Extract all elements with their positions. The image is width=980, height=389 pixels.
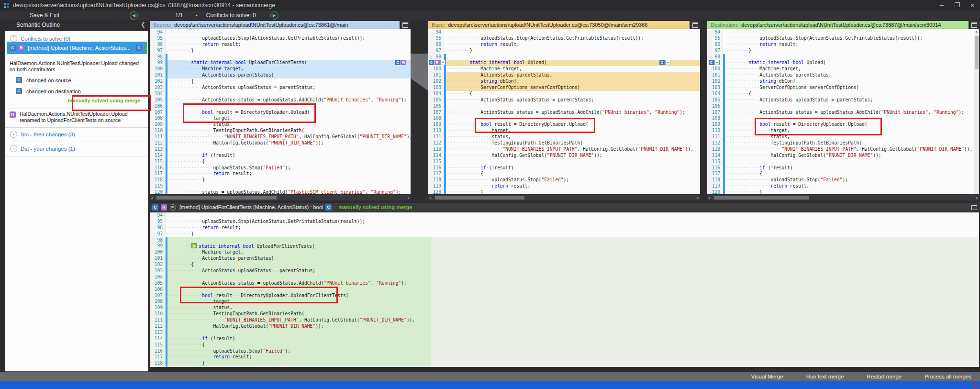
code-line: 117············{: [428, 171, 700, 177]
changed-badge: C: [152, 204, 158, 211]
previous-conflict-icon[interactable]: ◀: [130, 11, 138, 20]
code-line: 111····················"NUNIT_BINARIES_I…: [150, 134, 411, 140]
code-line: 97········}: [150, 231, 979, 237]
scrollbar-thumb[interactable]: [975, 36, 979, 69]
code-line: 98: [428, 54, 700, 60]
scroll-right-icon[interactable]: ▸: [697, 195, 699, 200]
destination-vscrollbar[interactable]: ▲: [974, 29, 979, 194]
changed-on-source-label: changed on source: [26, 78, 71, 83]
change-marker[interactable]: CR−: [429, 60, 445, 65]
changed-badge: C: [325, 204, 332, 211]
code-line: 95············uploadStatus.Stop(ActionSt…: [150, 219, 979, 225]
code-line: 100············Machine·target,: [150, 249, 979, 256]
base-maximize-icon[interactable]: [691, 21, 700, 29]
code-line: 105············ActionStatus·status·=·upl…: [150, 97, 411, 103]
code-line: 116················uploadStatus.Stop("Fa…: [150, 165, 411, 171]
code-line: 111················status,: [428, 134, 700, 140]
base-path: devops\src\server\actions\upload\NUnitTe…: [448, 22, 647, 28]
footer-button-restart-merge[interactable]: Restart merge: [867, 374, 902, 379]
code-line: 115············{: [150, 159, 411, 165]
collapse-dash-icon: −: [665, 60, 670, 65]
code-line: 120············status·=·uploadStatus.Add…: [150, 189, 411, 194]
code-line: 102········{: [150, 262, 979, 268]
code-line: 109················status,: [150, 305, 979, 311]
annotation-highlight-box: [180, 287, 338, 303]
scroll-left-icon[interactable]: ◂: [429, 195, 431, 200]
renamed-badge: R: [191, 243, 197, 248]
code-line: 103············ActionStatus·uploadStatus…: [150, 85, 411, 91]
destination-hscrollbar[interactable]: ◂ ▸: [707, 195, 979, 200]
scrollbar-thumb[interactable]: [156, 196, 277, 200]
main-toolbar: Save & Exit ◀ 1/1 - Conflicts to solve: …: [0, 11, 980, 20]
conflict-item-selected[interactable]: C R [method] Upload (Machine, ActionStat…: [7, 42, 146, 54]
changed-on-destination-label: changed on destination: [26, 89, 81, 94]
source-maximize-icon[interactable]: [401, 21, 410, 29]
maximize-icon[interactable]: [949, 0, 965, 11]
chevron-down-icon[interactable]: ⌄: [10, 131, 17, 138]
conflict-description: HalDaemon.Actions.NUnitTestUploader.Uplo…: [10, 60, 145, 72]
source-hscrollbar[interactable]: ◂ ▸: [150, 195, 411, 200]
destination-code[interactable]: 9495············uploadStatus.Stop(Action…: [707, 29, 979, 194]
annotation-highlight-box: [72, 95, 151, 111]
source-label: Source:: [153, 22, 171, 28]
scrollbar-thumb[interactable]: [714, 196, 809, 200]
src-changes-label: Src - their changes (3): [21, 132, 75, 137]
save-exit-button[interactable]: Save & Exit: [30, 12, 59, 19]
code-line: 114············if·(!result): [150, 336, 979, 342]
code-line: 113····················"NUNIT_BINARIES_I…: [428, 146, 700, 153]
change-marker[interactable]: C−: [659, 60, 670, 65]
semantic-outline-panel: ⌃Conflicts to solve (0) C R [method] Upl…: [5, 31, 148, 372]
code-line: 97········}: [428, 48, 700, 54]
conflict-dash: -: [196, 12, 198, 19]
destination-path: devops\src\server\actions\upload\NUnitTe…: [741, 22, 941, 28]
changed-on-source-item[interactable]: C changed on source: [16, 77, 71, 83]
code-line: 118················uploadStatus.Stop("Fa…: [707, 177, 979, 183]
code-line: 104: [150, 91, 411, 97]
toolbar-separator: [116, 12, 116, 19]
scroll-right-icon[interactable]: ▸: [408, 195, 410, 200]
result-maximize-icon[interactable]: [970, 203, 979, 211]
scroll-up-icon[interactable]: ▲: [974, 29, 979, 34]
change-marker[interactable]: C−: [709, 60, 720, 65]
base-label: Base:: [432, 22, 445, 28]
changed-on-destination-item[interactable]: C changed on destination: [16, 88, 81, 94]
code-line: 103············ServerConfOptions·serverC…: [707, 85, 979, 91]
code-line: 116················uploadStatus.Stop("Fa…: [150, 348, 979, 355]
code-line: 120············}: [707, 189, 979, 194]
footer-button-run-text-merge[interactable]: Run text merge: [806, 374, 844, 379]
dst-changes-group[interactable]: ⌄Dst - your changes (1): [10, 144, 75, 153]
rename-item[interactable]: R HalDaemon.Actions.NUnitTestUploader.Up…: [10, 111, 145, 123]
src-changes-group[interactable]: ⌄Src - their changes (3): [10, 130, 75, 138]
close-icon[interactable]: ✕: [965, 0, 980, 11]
code-line: 117············{: [707, 171, 979, 177]
base-code[interactable]: 9495············uploadStatus.Stop(Action…: [428, 29, 700, 194]
next-conflict-icon[interactable]: ▶: [270, 11, 278, 20]
renamed-badge: R: [18, 45, 24, 51]
sidebar-collapse-icon[interactable]: ❮: [141, 21, 145, 28]
scroll-left-icon[interactable]: ◂: [708, 195, 710, 200]
windows-taskbar[interactable]: [0, 381, 980, 389]
code-line: 111····················"NUNIT_BINARIES_I…: [150, 317, 979, 323]
minimize-icon[interactable]: ─: [934, 0, 949, 11]
scroll-right-icon[interactable]: ▸: [976, 195, 978, 200]
solved-indicator-strip: [145, 42, 147, 54]
merge-connector-shape: [411, 54, 428, 91]
code-line: 94: [428, 29, 700, 35]
code-line: 98: [707, 54, 979, 60]
footer-button-process-all-merges[interactable]: Process all merges: [924, 374, 971, 379]
scroll-left-icon[interactable]: ◂: [151, 195, 153, 200]
code-line: 116············if·(!result): [428, 165, 700, 171]
code-line: 100············Machine·target,: [707, 66, 979, 72]
scrollbar-thumb[interactable]: [435, 196, 524, 200]
code-line: 101············ActionStatus·parentStatus…: [428, 72, 700, 78]
destination-maximize-icon[interactable]: [970, 21, 979, 29]
code-line: 94: [150, 212, 979, 219]
code-line: 118················uploadStatus.Stop("Fa…: [428, 177, 700, 183]
change-marker[interactable]: CR: [395, 60, 406, 65]
code-line: 103············ActionStatus·uploadStatus…: [150, 268, 979, 274]
code-line: 120············}: [428, 189, 700, 194]
base-hscrollbar[interactable]: ◂ ▸: [428, 195, 700, 200]
footer-button-visual-merge[interactable]: Visual Merge: [751, 374, 783, 379]
code-line: 104········{: [707, 91, 979, 97]
chevron-down-icon[interactable]: ⌄: [10, 145, 17, 152]
